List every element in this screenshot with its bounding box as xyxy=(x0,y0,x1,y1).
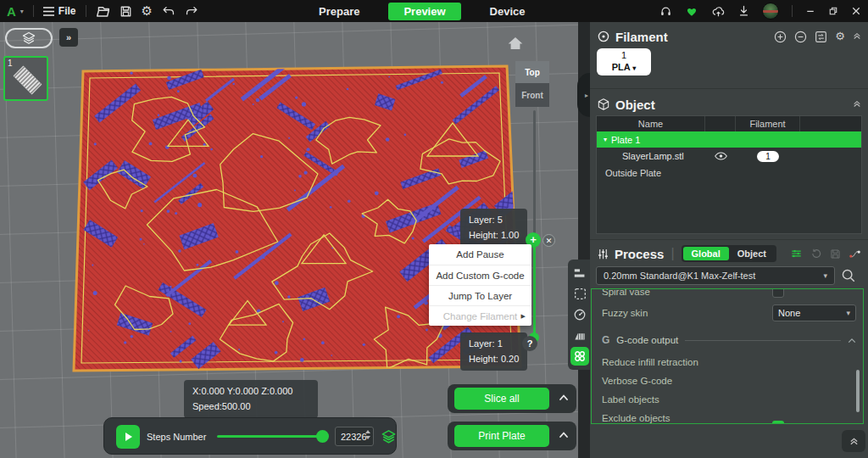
table-row-outside-plate[interactable]: Outside Plate xyxy=(597,165,861,182)
spin-up-icon[interactable] xyxy=(365,430,370,433)
object-collapse-button[interactable] xyxy=(853,100,861,109)
menu-item-jump-to-layer[interactable]: Jump To Layer xyxy=(429,285,531,305)
tune-parameters-button[interactable] xyxy=(790,248,803,260)
advanced-mode-button[interactable] xyxy=(849,249,861,260)
settings-button[interactable]: ⚙ xyxy=(142,3,153,19)
download-button[interactable] xyxy=(738,5,749,17)
heart-icon xyxy=(687,8,696,16)
print-plate-button[interactable]: Print Plate xyxy=(454,425,549,447)
tab-prepare[interactable]: Prepare xyxy=(310,3,368,20)
plate-number: 1 xyxy=(8,59,13,68)
object-table-header: Name Filament xyxy=(597,116,861,131)
settings-panel: Filament ⚙ 1 PLA ▾ Object Name xyxy=(590,22,868,458)
submenu-arrow-icon: ▶ xyxy=(521,313,526,320)
multi-plate-view-button[interactable] xyxy=(570,347,589,366)
menu-item-change-filament[interactable]: Change Filament ▶ xyxy=(429,305,531,326)
slice-all-button[interactable]: Slice all xyxy=(454,388,549,410)
plate-row-label: Plate 1 xyxy=(611,135,640,145)
play-button[interactable] xyxy=(116,425,140,449)
table-row-object[interactable]: SlayerLamp.stl 1 xyxy=(597,148,861,165)
help-button[interactable]: ? xyxy=(522,336,537,351)
layer-slider-track[interactable] xyxy=(533,110,536,240)
layer-tooltip-top: Layer: 5 Height: 1.00 xyxy=(460,209,527,247)
spin-down-icon[interactable] xyxy=(365,436,370,439)
speed-view-button[interactable] xyxy=(570,305,589,324)
minimize-button[interactable] xyxy=(805,6,815,16)
favorite-button[interactable] xyxy=(685,5,698,17)
layers-view-button[interactable] xyxy=(5,28,53,48)
visibility-toggle[interactable] xyxy=(705,152,736,160)
menu-item-add-custom-gcode[interactable]: Add Custom G-code xyxy=(429,265,531,285)
process-title: Process xyxy=(615,247,664,261)
user-avatar[interactable] xyxy=(762,3,779,20)
scope-global[interactable]: Global xyxy=(683,247,729,260)
layer-slider-selected-range[interactable] xyxy=(533,240,536,340)
dashed-square-icon xyxy=(575,289,585,299)
undo-button[interactable] xyxy=(162,5,175,17)
slice-options-chevron[interactable] xyxy=(559,394,569,401)
reset-button[interactable] xyxy=(810,248,822,260)
close-button[interactable] xyxy=(851,6,861,16)
steps-slider-track[interactable] xyxy=(217,435,323,438)
sync-filament-button[interactable] xyxy=(815,31,827,43)
viewcube-front-face[interactable]: Front xyxy=(515,83,549,107)
plate-list-expand-button[interactable]: » xyxy=(59,28,78,47)
viewcube-top-face[interactable]: Top xyxy=(515,61,549,83)
column-visibility xyxy=(705,116,736,131)
folder-open-icon xyxy=(97,7,108,15)
save-button[interactable] xyxy=(120,5,132,18)
save-preset-button[interactable] xyxy=(830,249,841,260)
maximize-button[interactable] xyxy=(828,6,838,16)
file-menu[interactable]: File xyxy=(43,5,76,17)
viewport-3d[interactable]: » 1 Top Front Layer: 5 Height: 1.00 + ✕ … xyxy=(0,22,578,458)
table-row-plate[interactable]: ▾ Plate 1 xyxy=(597,131,861,148)
open-folder-button[interactable] xyxy=(96,5,110,18)
height-top-value: Height: 1.00 xyxy=(469,228,519,243)
tab-preview[interactable]: Preview xyxy=(388,3,460,20)
spinner-arrows[interactable] xyxy=(365,430,370,439)
section-collapse-chevron[interactable] xyxy=(848,338,856,344)
search-settings-button[interactable] xyxy=(841,268,856,283)
app-logo[interactable]: A xyxy=(7,4,16,19)
build-plate-button[interactable] xyxy=(570,327,589,345)
layer-context-menu: Add Pause Add Custom G-code Jump To Laye… xyxy=(429,244,531,326)
fuzzy-skin-select[interactable]: None ▾ xyxy=(772,304,856,321)
redo-button[interactable] xyxy=(185,5,198,17)
setting-label: Exclude objects xyxy=(602,413,670,423)
scope-object[interactable]: Object xyxy=(729,247,775,260)
panel-collapse-handle[interactable]: ▸ xyxy=(577,73,590,117)
filament-assignment-badge[interactable]: 1 xyxy=(757,151,779,162)
home-view-icon[interactable] xyxy=(507,36,524,51)
divider xyxy=(33,5,34,17)
cloud-upload-button[interactable] xyxy=(711,5,726,17)
save-icon xyxy=(121,7,131,16)
remove-marker-button[interactable]: ✕ xyxy=(542,234,555,247)
print-options-chevron[interactable] xyxy=(559,431,569,438)
plate-thumbnail[interactable]: 1 xyxy=(3,56,48,101)
marquee-select-button[interactable] xyxy=(570,285,589,304)
remove-filament-button[interactable] xyxy=(794,31,807,43)
height-bottom-value: Height: 0.20 xyxy=(469,352,519,367)
layers-toggle-button[interactable] xyxy=(381,429,397,444)
hamburger-icon xyxy=(43,7,54,16)
layer-stats-button[interactable] xyxy=(570,264,589,282)
panel-bottom-collapse-button[interactable] xyxy=(842,430,865,452)
filament-slot-card[interactable]: 1 PLA ▾ xyxy=(597,48,651,75)
preset-dropdown[interactable]: 0.20mm Standard@K1 Max-Zelf-test ▾ xyxy=(596,266,835,285)
layer-tooltip-bottom: Layer: 1 Height: 0.20 xyxy=(460,332,527,371)
add-filament-button[interactable] xyxy=(774,31,787,43)
settings-scrollbar[interactable] xyxy=(856,370,860,412)
tab-device[interactable]: Device xyxy=(481,3,534,20)
object-title: Object xyxy=(615,98,655,112)
filament-collapse-button[interactable] xyxy=(853,32,861,41)
logo-chevron-down-icon[interactable]: ▾ xyxy=(20,8,24,15)
caret-down-icon: ▾ xyxy=(823,271,827,280)
steps-slider-thumb[interactable] xyxy=(316,430,329,443)
steps-number-input[interactable]: 22326 xyxy=(335,427,374,446)
menu-item-add-pause[interactable]: Add Pause xyxy=(429,244,531,265)
spiral-vase-checkbox[interactable] xyxy=(772,288,784,298)
gear-icon: ⚙ xyxy=(835,30,845,42)
section-gcode-output[interactable]: G G-code output xyxy=(592,332,863,349)
section-label: G-code output xyxy=(616,335,678,345)
support-button[interactable] xyxy=(659,5,672,18)
